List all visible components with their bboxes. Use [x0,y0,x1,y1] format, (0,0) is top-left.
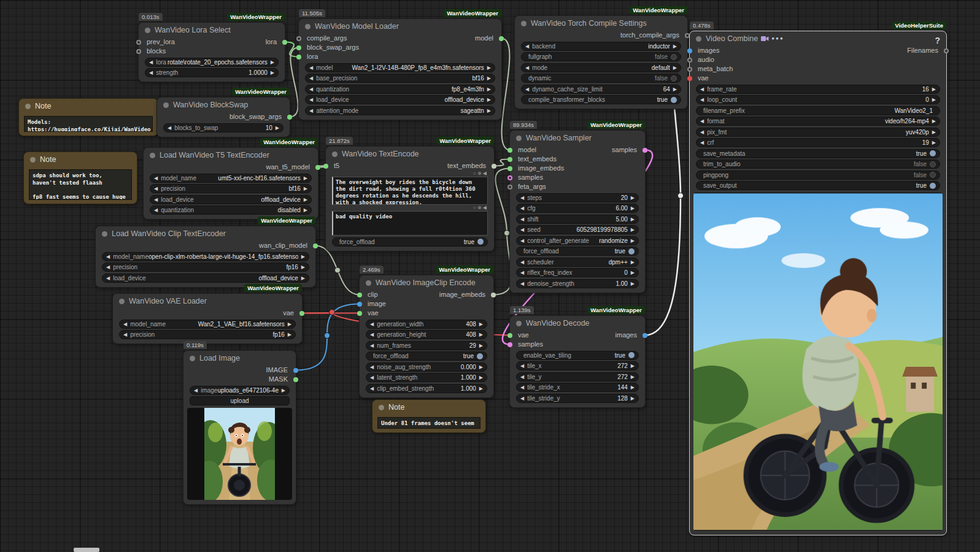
increment-arrow-icon[interactable]: ▶ [479,386,483,391]
video_combine-input-port-vae[interactable] [687,76,692,81]
torch_compile-widget-backend[interactable]: ◀backendinductor▶ [521,42,681,51]
video_combine-input-port-audio[interactable] [687,58,692,63]
lora_select-widget-strength[interactable]: ◀strength1.0000▶ [145,68,279,77]
imageclip-widget-noise_aug_strength[interactable]: ◀noise_aug_strength0.000▶ [366,362,487,372]
t5_loader-widget-quantization[interactable]: ◀quantizationdisabled▶ [150,205,312,215]
node-title[interactable]: WanVideo Sampler [510,131,645,145]
model_loader-widget-base_precision[interactable]: ◀base_precisionbf16▶ [305,74,495,83]
load_image-widget-image[interactable]: ◀imageuploads_e6472106-4e...▶ [190,386,290,395]
decrement-arrow-icon[interactable]: ◀ [154,186,158,191]
increment-arrow-icon[interactable]: ▶ [487,65,491,71]
decode-widget-tile_x[interactable]: ◀tile_x272▶ [516,361,639,370]
decrement-arrow-icon[interactable]: ◀ [520,385,524,390]
video_combine-widget-pix_fmt[interactable]: ◀pix_fmtyuv420p▶ [696,128,940,137]
sampler-widget-steps[interactable]: ◀steps20▶ [516,193,639,202]
increment-arrow-icon[interactable]: ▶ [479,343,483,348]
video_combine-widget-loop_count[interactable]: ◀loop_count0▶ [696,95,940,104]
node-blockswap[interactable]: WanVideoWrapperWanVideo BlockSwapblock_s… [156,97,290,137]
torch_compile-widget-mode[interactable]: ◀modedefault▶ [521,63,681,72]
torch_compile-widget-fullgraph[interactable]: fullgraphfalse [521,52,681,61]
decrement-arrow-icon[interactable]: ◀ [520,217,524,222]
decrement-arrow-icon[interactable]: ◀ [520,363,524,369]
decode-widget-tile_stride_x[interactable]: ◀tile_stride_x144▶ [516,383,639,392]
imageclip-input-port-image[interactable] [357,302,362,307]
t5_loader-output-port-wan_t5_model[interactable] [315,165,320,170]
node-sampler[interactable]: 89.934sWanVideoWrapperWanVideo Samplermo… [509,130,646,293]
decrement-arrow-icon[interactable]: ◀ [525,44,529,49]
torch_compile-widget-compile_transformer_blocks[interactable]: compile_transformer_blockstrue [521,95,681,104]
clip_loader-widget-load_device[interactable]: ◀load_deviceoffload_device▶ [102,274,309,283]
toggle-knob[interactable] [671,54,677,60]
decrement-arrow-icon[interactable]: ◀ [520,227,524,232]
node-decode[interactable]: 1.139sWanVideoWrapperWanVideo Decodevaei… [509,315,646,408]
decrement-arrow-icon[interactable]: ◀ [520,195,524,201]
sampler-widget-force_offload[interactable]: force_offloadtrue [516,247,639,256]
clip_loader-output-port-wan_clip_model[interactable] [313,243,318,248]
torch_compile-widget-dynamic[interactable]: dynamicfalse [521,74,681,83]
decrement-arrow-icon[interactable]: ◀ [520,238,524,243]
increment-arrow-icon[interactable]: ▶ [271,70,274,75]
sampler-widget-riflex_freq_index[interactable]: ◀riflex_freq_index0▶ [516,268,639,277]
toggle-knob[interactable] [477,239,484,245]
sampler-output-port-samples[interactable] [642,148,647,153]
node-title[interactable]: Load WanVideo Clip TextEncoder [96,226,315,241]
video_combine-widget-pingpong[interactable]: pingpongfalse [696,171,940,180]
text_encode-textarea-icons[interactable]: ○ ⊕ ◀ [326,171,494,177]
increment-arrow-icon[interactable]: ▶ [631,396,635,401]
video_combine-widget-crf[interactable]: ◀crf19▶ [696,138,940,147]
increment-arrow-icon[interactable]: ▶ [301,264,305,270]
increment-arrow-icon[interactable]: ▶ [288,321,291,327]
vae_loader-widget-precision[interactable]: ◀precisionfp16▶ [119,330,296,339]
decrement-arrow-icon[interactable]: ◀ [309,108,313,113]
video_combine-widget-filename_prefix[interactable]: filename_prefixWanVideo2_1 [696,106,940,115]
decrement-arrow-icon[interactable]: ◀ [149,59,153,65]
increment-arrow-icon[interactable]: ▶ [487,86,491,92]
increment-arrow-icon[interactable]: ▶ [304,175,307,181]
toggle-knob[interactable] [628,352,635,358]
decrement-arrow-icon[interactable]: ◀ [123,321,127,327]
sampler-input-port-text_embeds[interactable] [507,157,512,162]
toggle-knob[interactable] [930,172,936,178]
node-clip_loader[interactable]: WanVideoWrapperLoad WanVideo Clip TextEn… [95,226,316,288]
video_combine-widget-format[interactable]: ◀formatvideo/h264-mp4▶ [696,117,940,126]
increment-arrow-icon[interactable]: ▶ [631,217,635,222]
t5_loader-widget-load_device[interactable]: ◀load_deviceoffload_device▶ [150,195,312,204]
model_loader-output-port-model[interactable] [499,36,504,41]
decrement-arrow-icon[interactable]: ◀ [149,70,153,75]
video_combine-widget-trim_to_audio[interactable]: trim_to_audiofalse [696,159,940,169]
video_combine-output-port-Filenames[interactable] [944,48,949,53]
decrement-arrow-icon[interactable]: ◀ [154,207,158,213]
decrement-arrow-icon[interactable]: ◀ [700,129,704,135]
note-node[interactable]: NoteUnder 81 frames doesn't seem to work… [372,399,486,433]
node-title[interactable]: Video Combine ●●●? [690,31,946,46]
increment-arrow-icon[interactable]: ▶ [932,129,936,135]
increment-arrow-icon[interactable]: ▶ [276,125,279,131]
increment-arrow-icon[interactable]: ▶ [673,86,677,92]
imageclip-input-port-vae[interactable] [357,311,362,316]
sampler-input-port-image_embeds[interactable] [507,166,512,171]
decrement-arrow-icon[interactable]: ◀ [520,259,524,265]
decrement-arrow-icon[interactable]: ◀ [309,86,313,92]
torch_compile-widget-dynamo_cache_size_limit[interactable]: ◀dynamo_cache_size_limit64▶ [521,85,681,94]
imageclip-widget-clip_embed_strength[interactable]: ◀clip_embed_strength1.000▶ [366,384,487,393]
node-t5_loader[interactable]: WanVideoWrapperLoad WanVideo T5 TextEnco… [143,147,318,220]
sampler-input-port-model[interactable] [507,148,512,153]
increment-arrow-icon[interactable]: ▶ [631,205,635,211]
node-title[interactable]: WanVideo BlockSwap [157,98,290,112]
decrement-arrow-icon[interactable]: ◀ [370,386,374,391]
decrement-arrow-icon[interactable]: ◀ [106,254,110,259]
decrement-arrow-icon[interactable]: ◀ [154,197,158,202]
decrement-arrow-icon[interactable]: ◀ [106,264,110,270]
sampler-input-port-feta_args[interactable] [507,185,512,190]
model_loader-widget-load_device[interactable]: ◀load_deviceoffload_device▶ [305,95,495,104]
text_encode-negative_prompt-textarea[interactable]: bad quality video [332,211,488,236]
increment-arrow-icon[interactable]: ▶ [631,281,635,286]
text_encode-textarea-icons[interactable]: ○ ⊕ ◀ [326,205,494,211]
text_encode-widget-force_offload[interactable]: force_offloadtrue [332,237,488,247]
increment-arrow-icon[interactable]: ▶ [301,275,305,281]
decode-widget-enable_vae_tiling[interactable]: enable_vae_tilingtrue [516,351,639,360]
increment-arrow-icon[interactable]: ▶ [487,75,491,81]
video_combine-widget-save_output[interactable]: save_outputtrue [696,181,940,190]
toggle-knob[interactable] [930,150,936,156]
decrement-arrow-icon[interactable]: ◀ [520,374,524,380]
